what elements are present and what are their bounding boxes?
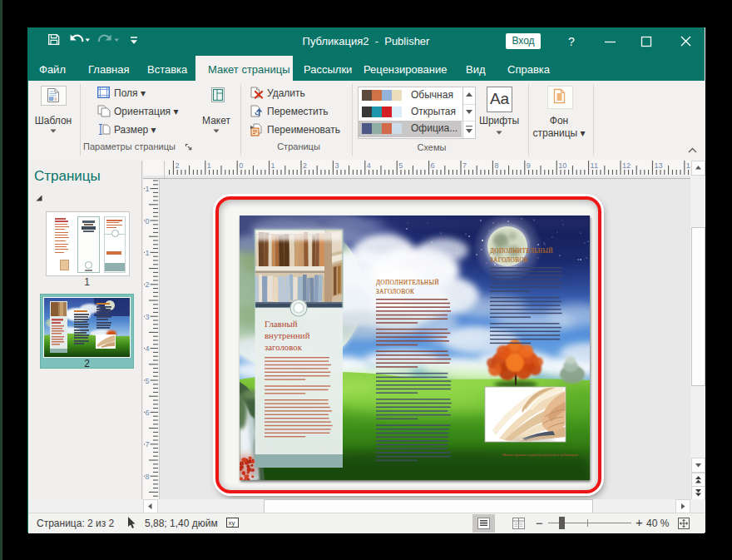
svg-text:9: 9 <box>527 161 531 170</box>
svg-text:xy: xy <box>229 519 235 527</box>
svg-text:6: 6 <box>146 409 150 417</box>
svg-text:ДОПОЛНИТЕЛЬНЫЙ: ДОПОЛНИТЕЛЬНЫЙ <box>490 247 553 255</box>
svg-text:1: 1 <box>146 249 150 257</box>
svg-text:2: 2 <box>303 161 307 170</box>
svg-text:7: 7 <box>146 440 150 448</box>
svg-text:ЗАГОЛОВОК: ЗАГОЛОВОК <box>376 288 414 295</box>
svg-text:6: 6 <box>431 161 435 170</box>
svg-text:внутренний: внутренний <box>265 330 310 340</box>
svg-text:Главный: Главный <box>265 319 298 329</box>
svg-text:5: 5 <box>146 377 150 385</box>
svg-text:3: 3 <box>334 161 339 170</box>
svg-text:1: 1 <box>271 161 275 170</box>
svg-text:Можно красиво подписать рисуно: Можно красиво подписать рисунок в публик… <box>502 453 578 457</box>
svg-text:2: 2 <box>146 280 150 289</box>
svg-text:10: 10 <box>558 161 566 170</box>
svg-text:заголовок: заголовок <box>265 342 303 352</box>
svg-text:4: 4 <box>367 161 371 170</box>
svg-text:2: 2 <box>175 161 179 170</box>
svg-text:11: 11 <box>591 161 598 170</box>
svg-text:13: 13 <box>654 161 662 170</box>
svg-text:ДОПОЛНИТЕЛЬНЫЙ: ДОПОЛНИТЕЛЬНЫЙ <box>376 279 439 286</box>
svg-text:1: 1 <box>207 161 211 170</box>
svg-text:0: 0 <box>146 217 150 225</box>
svg-text:4: 4 <box>146 344 150 353</box>
svg-text:3: 3 <box>146 313 150 321</box>
svg-text:0: 0 <box>239 161 243 170</box>
svg-text:8: 8 <box>494 161 498 170</box>
svg-text:8: 8 <box>146 473 150 481</box>
svg-text:5: 5 <box>398 161 403 170</box>
svg-text:12: 12 <box>622 161 631 170</box>
svg-text:1: 1 <box>146 185 150 193</box>
svg-text:7: 7 <box>462 161 467 170</box>
svg-text:ЗАГОЛОВОК: ЗАГОЛОВОК <box>490 256 528 264</box>
